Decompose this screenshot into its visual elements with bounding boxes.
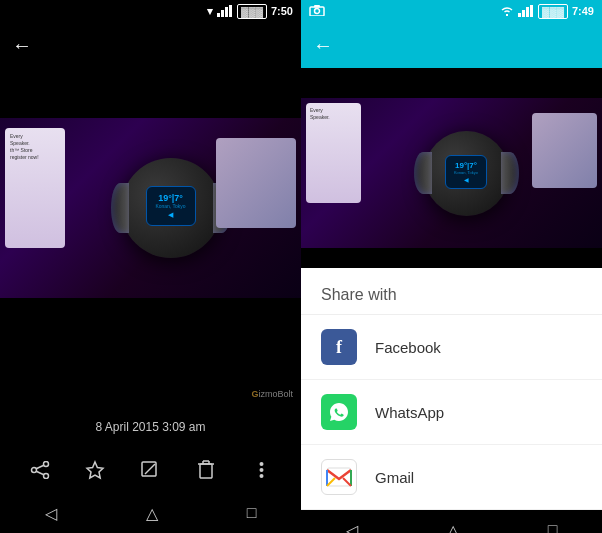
right-toolbar: ← [301,22,602,68]
right-panel: ▓▓▓ 7:49 ← EverySpeaker. 19°|7° Konan, T… [301,0,602,533]
right-nav-back-button[interactable]: ◁ [346,521,358,534]
right-status-bar: ▓▓▓ 7:49 [301,0,602,22]
share-gmail-item[interactable]: Gmail [301,445,602,510]
svg-rect-23 [518,13,521,17]
gmail-label: Gmail [375,469,414,486]
right-photo-viewer: EverySpeaker. 19°|7° Konan, Tokyo ◀ [301,68,602,268]
nav-recents-button[interactable]: □ [247,504,257,522]
facebook-icon: f [321,329,357,365]
more-button[interactable] [241,450,281,490]
battery-icon: ▓▓▓ [237,4,267,19]
signal-icon [217,5,233,17]
svg-marker-9 [87,462,103,478]
right-signal-icon [518,5,534,17]
right-battery-icon: ▓▓▓ [538,4,568,19]
svg-point-18 [259,468,263,472]
nav-home-button[interactable]: △ [146,504,158,523]
svg-point-6 [31,468,36,473]
svg-rect-3 [229,5,232,17]
right-nav-bar: ◁ △ □ [301,510,602,533]
status-bar-right: ▾ ▓▓▓ 7:50 [207,4,293,19]
speaker-scene: EverySpeaker.th™ Storeregister now! 19°|… [0,118,301,298]
left-panel: ▾ ▓▓▓ 7:50 ← EverySpeaker.th™ Storeregis… [0,0,301,533]
share-sheet: Share with f Facebook WhatsApp [301,268,602,510]
delete-button[interactable] [186,450,226,490]
right-time-display: 7:49 [572,5,594,17]
svg-rect-12 [200,464,212,478]
svg-point-4 [43,462,48,467]
svg-point-5 [43,474,48,479]
svg-line-7 [36,465,44,469]
back-button[interactable]: ← [12,34,32,57]
right-status-left [309,4,325,18]
right-speaker-scene: EverySpeaker. 19°|7° Konan, Tokyo ◀ [301,98,602,248]
share-title: Share with [301,268,602,315]
whatsapp-icon [321,394,357,430]
left-nav-bar: ◁ △ □ [0,493,301,533]
right-photo-icon [309,4,325,16]
svg-rect-26 [530,5,533,17]
share-facebook-item[interactable]: f Facebook [301,315,602,380]
edit-button[interactable] [130,450,170,490]
whatsapp-label: WhatsApp [375,404,444,421]
action-bar [0,447,301,493]
share-button[interactable] [20,450,60,490]
svg-line-8 [36,471,44,475]
svg-point-19 [259,474,263,478]
time-display: 7:50 [271,5,293,17]
wifi-icon: ▾ [207,5,213,18]
watermark: GizmoBolt [251,389,293,399]
right-status-right: ▓▓▓ 7:49 [500,4,594,19]
svg-rect-1 [221,10,224,17]
gmail-icon [321,459,357,495]
nav-back-button[interactable]: ◁ [45,504,57,523]
svg-point-17 [259,462,263,466]
svg-rect-0 [217,13,220,17]
share-whatsapp-item[interactable]: WhatsApp [301,380,602,445]
photo-viewer: EverySpeaker.th™ Storeregister now! 19°|… [0,68,301,407]
svg-line-11 [145,464,155,474]
right-nav-recents-button[interactable]: □ [548,521,558,533]
svg-rect-22 [314,5,320,8]
svg-point-21 [315,9,320,14]
svg-rect-25 [526,7,529,17]
svg-rect-24 [522,10,525,17]
facebook-label: Facebook [375,339,441,356]
svg-rect-2 [225,7,228,17]
right-speaker-device: 19°|7° Konan, Tokyo ◀ [424,131,509,216]
left-toolbar: ← [0,22,301,68]
star-button[interactable] [75,450,115,490]
right-nav-home-button[interactable]: △ [447,521,459,534]
right-wifi-icon [500,5,514,17]
right-back-button[interactable]: ← [313,34,333,57]
photo-date: 8 April 2015 3:09 am [0,407,301,447]
speaker-device: 19°|7° Konan, Tokyo ◀ [121,158,221,258]
left-status-bar: ▾ ▓▓▓ 7:50 [0,0,301,22]
